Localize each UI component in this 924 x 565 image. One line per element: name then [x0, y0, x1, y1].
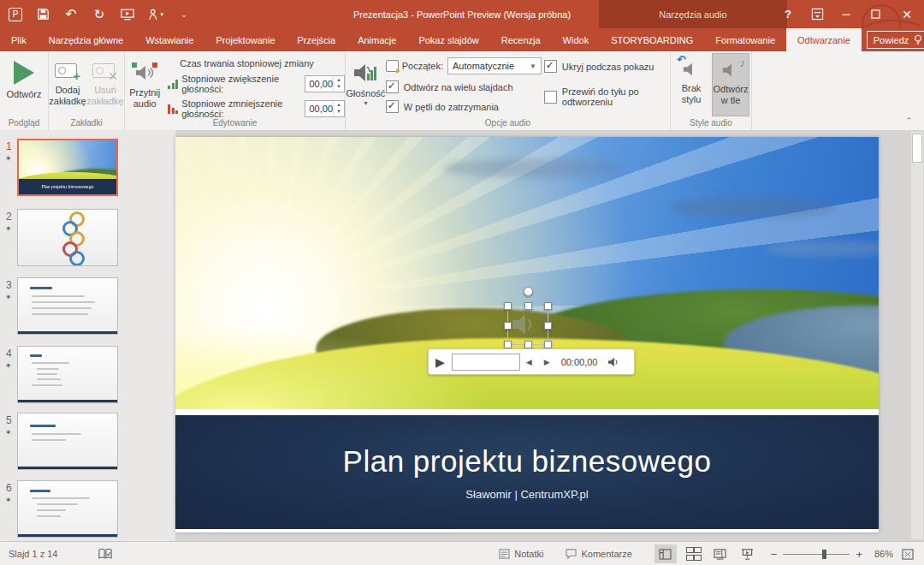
play-button[interactable]: Odtwórz [2, 51, 46, 118]
thumbnail-slide-4[interactable]: 4 ✶ [0, 346, 175, 404]
player-progress-bar[interactable] [452, 354, 520, 371]
fade-in-spin-arrows[interactable]: ▲▼ [333, 76, 344, 92]
zoom-in-icon[interactable]: + [856, 548, 862, 561]
scrollbar-thumb[interactable] [912, 134, 922, 163]
add-bookmark-button[interactable]: + Dodaj zakładkę [49, 51, 86, 118]
zoom-slider[interactable]: − + [771, 548, 862, 561]
resize-handle-ne[interactable] [544, 302, 552, 310]
thumbnail-frame[interactable] [17, 480, 118, 538]
resize-handle-se[interactable] [544, 341, 552, 348]
audio-player-bar[interactable]: ▶ ◀ ▶ 00:00,00 [428, 348, 635, 375]
tab-pokaz-slajdow[interactable]: Pokaz slajdów [407, 28, 489, 51]
undo-icon[interactable]: ↶ [63, 7, 79, 22]
thumbnail-frame[interactable]: Plan projektu biznesowego [17, 139, 118, 196]
touch-mouse-mode-icon[interactable]: ▾ [148, 7, 163, 22]
thumbnail-frame[interactable] [17, 277, 118, 335]
tab-formatowanie[interactable]: Formatowanie [704, 28, 786, 51]
no-style-button[interactable]: ↶ Brak stylu [672, 53, 710, 116]
fade-in-spinner[interactable]: 00,00 ▲▼ [305, 75, 345, 92]
rotation-handle[interactable] [524, 287, 533, 296]
hide-during-show-checkbox[interactable] [544, 60, 557, 73]
thumbnail-slide-6[interactable]: 6 ✶ [0, 480, 175, 538]
thumbnail-slide-3[interactable]: 3 ✶ [0, 277, 175, 336]
play-across-slides-checkbox[interactable] [386, 80, 399, 93]
loop-until-stopped-option[interactable]: W pętli do zatrzymania [386, 100, 544, 113]
player-back-icon[interactable]: ◀ [520, 358, 538, 366]
resize-handle-n[interactable] [524, 302, 532, 310]
normal-view-button[interactable] [654, 544, 677, 563]
zoom-thumb[interactable] [822, 550, 826, 559]
slide-title[interactable]: Plan projektu biznesowego [343, 444, 712, 479]
play-across-slides-option[interactable]: Odtwórz na wielu slajdach [386, 80, 544, 93]
resize-handle-e[interactable] [544, 322, 552, 330]
player-forward-icon[interactable]: ▶ [538, 358, 556, 366]
tab-recenzja[interactable]: Recenzja [490, 28, 552, 51]
animation-star-icon[interactable]: ✶ [5, 154, 12, 163]
animation-star-icon[interactable]: ✶ [5, 496, 12, 504]
thumbnail-slide-2[interactable]: 2 ✶ [0, 209, 175, 271]
slide-subtitle[interactable]: Sławomir | CentrumXP.pl [465, 488, 588, 501]
thumbnail-frame[interactable] [17, 413, 118, 470]
animation-star-icon[interactable]: ✶ [5, 428, 12, 437]
zoom-out-icon[interactable]: − [771, 548, 778, 561]
animation-star-icon[interactable]: ✶ [5, 293, 12, 301]
hide-during-show-option[interactable]: Ukryj podczas pokazu [544, 60, 670, 73]
resize-handle-nw[interactable] [504, 302, 512, 310]
tell-me-box[interactable]: Powiedz [867, 31, 924, 49]
rewind-after-playing-option[interactable]: Przewiń do tyłu po odtworzeniu [544, 86, 670, 107]
tab-narzedzia-glowne[interactable]: Narzędzia główne [38, 28, 134, 51]
audio-object-selected[interactable]: ♪♫♪ [507, 306, 548, 345]
tab-przejscia[interactable]: Przejścia [287, 28, 347, 51]
resize-handle-w[interactable] [504, 322, 512, 330]
rewind-after-playing-checkbox[interactable] [544, 91, 557, 104]
remove-bookmark-button[interactable]: ✕ Usuń zakładkę [86, 51, 124, 118]
animation-star-icon[interactable]: ✶ [5, 224, 12, 233]
audio-speaker-icon[interactable] [511, 311, 536, 340]
ribbon-display-options-icon[interactable] [803, 0, 832, 28]
customize-qat-icon[interactable]: ⌄ [176, 7, 192, 22]
maximize-icon[interactable] [861, 0, 890, 28]
close-icon[interactable]: ✕ [890, 0, 924, 28]
zoom-track[interactable] [783, 554, 850, 555]
player-play-icon[interactable]: ▶ [429, 355, 452, 369]
thumbnail-frame[interactable] [17, 209, 118, 266]
loop-until-stopped-checkbox[interactable] [386, 100, 399, 113]
start-mode-dropdown[interactable]: Automatycznie ▼ [447, 57, 542, 74]
save-icon[interactable] [35, 7, 50, 22]
redo-icon[interactable]: ↻ [92, 7, 107, 22]
volume-button[interactable]: Głośność ▼ [346, 51, 386, 118]
comments-toggle[interactable]: Komentarze [566, 549, 631, 559]
slide-title-banner[interactable]: Plan projektu biznesowego Sławomir | Cen… [175, 415, 879, 529]
slideshow-view-button[interactable] [737, 544, 759, 563]
tab-odtwarzanie[interactable]: Odtwarzanie [786, 28, 862, 51]
play-in-background-button[interactable]: ♪ Odtwórz w tle [712, 53, 749, 116]
animation-star-icon[interactable]: ✶ [5, 361, 12, 370]
fit-to-window-icon[interactable] [902, 549, 914, 560]
vertical-scrollbar[interactable] [911, 132, 923, 539]
thumbnail-frame[interactable] [17, 346, 118, 403]
thumbnail-slide-1[interactable]: 1 ✶ Plan projektu biznesowego [0, 139, 175, 200]
slide-sorter-view-button[interactable] [682, 544, 704, 563]
tab-plik[interactable]: Plik [0, 28, 38, 51]
resize-handle-s[interactable] [524, 341, 532, 348]
trim-audio-button[interactable]: Przytnij audio [125, 51, 164, 118]
fade-out-spin-arrows[interactable]: ▲▼ [333, 101, 344, 116]
minimize-icon[interactable]: ─ [832, 0, 861, 28]
start-slideshow-icon[interactable] [120, 7, 135, 22]
help-icon[interactable]: ? [773, 0, 803, 28]
reading-view-button[interactable] [709, 544, 732, 563]
notes-toggle[interactable]: Notatki [499, 549, 543, 559]
tab-widok[interactable]: Widok [552, 28, 601, 51]
fade-out-value[interactable]: 00,00 [305, 101, 333, 116]
zoom-percentage[interactable]: 86% [874, 549, 893, 559]
tab-storyboarding[interactable]: STORYBOARDING [600, 28, 704, 51]
tab-wstawianie[interactable]: Wstawianie [134, 28, 204, 51]
player-volume-icon[interactable] [602, 357, 625, 367]
tab-animacje[interactable]: Animacje [346, 28, 407, 51]
spell-check-icon[interactable] [98, 548, 112, 560]
fade-out-spinner[interactable]: 00,00 ▲▼ [305, 100, 345, 117]
thumbnail-slide-5[interactable]: 5 ✶ [0, 413, 175, 471]
powerpoint-logo-icon[interactable]: P [9, 8, 22, 21]
tab-projektowanie[interactable]: Projektowanie [204, 28, 286, 51]
fade-in-value[interactable]: 00,00 [305, 76, 333, 92]
